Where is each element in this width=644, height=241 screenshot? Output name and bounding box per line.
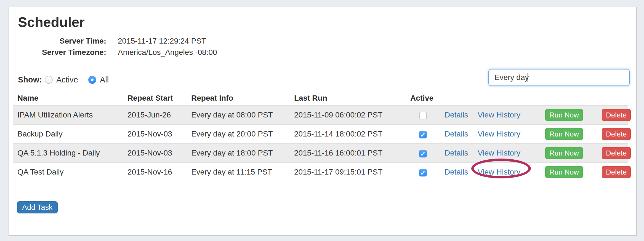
delete-cell: Delete xyxy=(597,144,628,163)
task-name-cell: IPAM Utilization Alerts xyxy=(13,105,123,125)
active-cell xyxy=(406,105,440,125)
active-checkbox[interactable] xyxy=(419,131,427,138)
repeat-info-cell: Every day at 18:00 PST xyxy=(187,144,290,163)
delete-button[interactable]: Delete xyxy=(602,147,631,159)
details-cell: Details xyxy=(440,144,473,163)
task-name-cell: QA 5.1.3 Holding - Daily xyxy=(13,144,123,163)
server-timezone-label: Server Timezone: xyxy=(18,47,106,58)
header-actions-spacer xyxy=(541,91,597,105)
details-cell: Details xyxy=(440,125,473,144)
details-link[interactable]: Details xyxy=(445,130,468,138)
table-row: Backup Daily 2015-Nov-03 Every day at 20… xyxy=(13,125,628,144)
delete-cell: Delete xyxy=(597,125,628,144)
table-header-row: Name Repeat Start Repeat Info Last Run A… xyxy=(13,91,628,105)
view-history-link[interactable]: View History xyxy=(478,168,520,176)
repeat-start-cell: 2015-Nov-16 xyxy=(123,163,187,182)
active-cell xyxy=(406,163,440,182)
run-now-cell: Run Now xyxy=(541,163,597,182)
delete-button[interactable]: Delete xyxy=(602,128,631,140)
scheduler-table: Name Repeat Start Repeat Info Last Run A… xyxy=(13,91,628,181)
run-now-button[interactable]: Run Now xyxy=(545,166,583,178)
text-cursor xyxy=(528,73,528,82)
scheduler-panel: Scheduler Server Time: 2015-11-17 12:29:… xyxy=(9,7,637,236)
table-row: QA 5.1.3 Holding - Daily 2015-Nov-03 Eve… xyxy=(13,144,628,163)
run-now-button[interactable]: Run Now xyxy=(545,147,583,159)
details-link[interactable]: Details xyxy=(445,168,468,176)
delete-button[interactable]: Delete xyxy=(602,109,631,121)
add-task-button[interactable]: Add Task xyxy=(17,201,58,213)
delete-cell: Delete xyxy=(597,163,628,182)
run-now-cell: Run Now xyxy=(541,105,597,125)
active-checkbox[interactable] xyxy=(419,150,427,157)
view-history-cell: View History xyxy=(473,125,541,144)
details-cell: Details xyxy=(440,105,473,125)
view-history-cell: View History xyxy=(473,144,541,163)
radio-show-all-label[interactable]: All xyxy=(100,75,109,84)
server-info: Server Time: 2015-11-17 12:29:24 PST Ser… xyxy=(18,35,217,58)
active-cell xyxy=(406,144,440,163)
task-name-cell: QA Test Daily xyxy=(13,163,123,182)
view-history-link[interactable]: View History xyxy=(478,130,520,138)
active-cell xyxy=(406,125,440,144)
view-history-cell: View History xyxy=(473,105,541,125)
radio-show-active-label[interactable]: Active xyxy=(56,75,78,84)
header-name: Name xyxy=(13,91,123,105)
active-checkbox[interactable] xyxy=(419,169,427,176)
delete-cell: Delete xyxy=(597,105,628,125)
last-run-cell: 2015-11-14 18:00:02 PST xyxy=(290,125,406,144)
table-row: IPAM Utilization Alerts 2015-Jun-26 Ever… xyxy=(13,105,628,125)
last-run-cell: 2015-11-09 06:00:02 PST xyxy=(290,105,406,125)
view-history-link[interactable]: View History xyxy=(478,111,520,119)
header-active: Active xyxy=(406,91,440,105)
repeat-info-cell: Every day at 08:00 PST xyxy=(187,105,290,125)
last-run-cell: 2015-11-16 16:00:01 PST xyxy=(290,144,406,163)
delete-button[interactable]: Delete xyxy=(602,166,631,178)
show-filter: Show: Active All xyxy=(18,74,109,85)
radio-show-all[interactable] xyxy=(88,76,96,84)
run-now-cell: Run Now xyxy=(541,144,597,163)
repeat-info-cell: Every day at 20:00 PST xyxy=(187,125,290,144)
search-field-wrap xyxy=(488,69,630,86)
run-now-button[interactable]: Run Now xyxy=(545,109,583,121)
show-label: Show: xyxy=(18,75,42,84)
repeat-info-cell: Every day at 11:15 PST xyxy=(187,163,290,182)
page-title: Scheduler xyxy=(18,14,85,30)
server-time-value: 2015-11-17 12:29:24 PST xyxy=(118,35,217,47)
details-link[interactable]: Details xyxy=(445,111,468,119)
view-history-cell: View History xyxy=(473,163,541,182)
last-run-cell: 2015-11-17 09:15:01 PST xyxy=(290,163,406,182)
repeat-start-cell: 2015-Nov-03 xyxy=(123,125,187,144)
search-input[interactable] xyxy=(488,69,630,86)
run-now-button[interactable]: Run Now xyxy=(545,128,583,140)
details-link[interactable]: Details xyxy=(445,149,468,157)
server-time-label: Server Time: xyxy=(18,35,106,47)
radio-show-active[interactable] xyxy=(45,76,53,84)
header-actions-spacer xyxy=(597,91,628,105)
header-actions-spacer xyxy=(473,91,541,105)
header-last-run: Last Run xyxy=(290,91,406,105)
view-history-link[interactable]: View History xyxy=(478,149,520,157)
server-timezone-value: America/Los_Angeles -08:00 xyxy=(118,47,217,58)
header-repeat-info: Repeat Info xyxy=(187,91,290,105)
repeat-start-cell: 2015-Jun-26 xyxy=(123,105,187,125)
table-row: QA Test Daily 2015-Nov-16 Every day at 1… xyxy=(13,163,628,182)
run-now-cell: Run Now xyxy=(541,125,597,144)
header-actions-spacer xyxy=(440,91,473,105)
repeat-start-cell: 2015-Nov-03 xyxy=(123,144,187,163)
header-repeat-start: Repeat Start xyxy=(123,91,187,105)
details-cell: Details xyxy=(440,163,473,182)
active-checkbox[interactable] xyxy=(419,112,427,119)
task-name-cell: Backup Daily xyxy=(13,125,123,144)
